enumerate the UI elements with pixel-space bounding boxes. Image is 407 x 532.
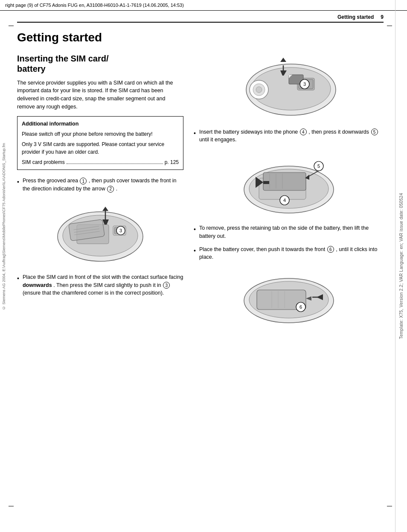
bullet-3: • Insert the battery sideways into the p… bbox=[194, 128, 384, 144]
sim-link-target: p. 125 bbox=[165, 158, 179, 166]
bullet-4: • To remove, press the retaining tab on … bbox=[194, 224, 384, 240]
bullet-dot-1: • bbox=[17, 178, 19, 187]
info-box-para2: Only 3 V SIM cards are supported. Please… bbox=[22, 140, 179, 156]
info-box-title: Additional information bbox=[22, 120, 179, 128]
bullet-5-text: Place the battery cover, then push it to… bbox=[199, 246, 384, 262]
sim-link-dots bbox=[67, 164, 163, 164]
svg-text:4: 4 bbox=[283, 198, 285, 203]
page-mark-bottom-left bbox=[9, 506, 14, 506]
circle-num-5: 5 bbox=[371, 129, 378, 135]
bullet-2: • Place the SIM card in front of the slo… bbox=[17, 273, 183, 297]
svg-text:6: 6 bbox=[299, 304, 302, 310]
battery-illustration: 5 4 bbox=[238, 149, 340, 217]
bullet-dot-4: • bbox=[194, 225, 196, 234]
period-1: . bbox=[116, 186, 117, 192]
bullet-4-text: To remove, press the retaining tab on th… bbox=[199, 224, 384, 240]
cover-illustration: 6 bbox=[238, 266, 340, 326]
info-box-para1: Please switch off your phone before remo… bbox=[22, 130, 179, 138]
left-column: Inserting the SIM card/battery The servi… bbox=[17, 53, 183, 333]
illustration-1: 3 bbox=[17, 198, 183, 266]
bullet-dot-3: • bbox=[194, 129, 196, 138]
svg-text:5: 5 bbox=[317, 164, 320, 169]
bullet-dot-5: • bbox=[194, 246, 196, 255]
main-content: Getting started 9 Getting started Insert… bbox=[9, 11, 392, 333]
right-column: 3 • Insert the battery sideways into the… bbox=[194, 53, 384, 333]
circle-num-2: 2 bbox=[107, 186, 114, 193]
svg-point-27 bbox=[256, 87, 262, 93]
svg-marker-24 bbox=[280, 58, 286, 62]
page-header: Getting started 9 bbox=[17, 11, 384, 23]
svg-text:3: 3 bbox=[303, 82, 305, 87]
two-col-layout: Inserting the SIM card/battery The servi… bbox=[17, 53, 384, 333]
section-title-text: Inserting the SIM card/battery bbox=[17, 54, 108, 73]
bullet-1: • Press the grooved area 1 , then push c… bbox=[17, 177, 183, 193]
page-mark-bottom-right bbox=[387, 506, 392, 506]
bullet-2-bold: downwards bbox=[23, 282, 52, 288]
illustration-cover: 6 bbox=[194, 266, 384, 326]
info-box: Additional information Please switch off… bbox=[17, 116, 183, 170]
sim-link-text: SIM card problems bbox=[22, 158, 65, 166]
circle-num-1: 1 bbox=[80, 178, 87, 184]
intro-text: The service provider supplies you with a… bbox=[17, 79, 183, 111]
bullet-5: • Place the battery cover, then push it … bbox=[194, 246, 384, 262]
right-sidebar-text: Template: X75, Version 2.2; VAR Language… bbox=[399, 193, 404, 339]
bullet-3-text: Insert the battery sideways into the pho… bbox=[199, 128, 384, 144]
left-sidebar: © Siemens AG 2004, E:\Auftrag\Siemens\Mo… bbox=[0, 34, 8, 418]
page-number: 9 bbox=[381, 14, 384, 20]
sim-illustration: 3 bbox=[238, 53, 340, 120]
right-sidebar: Template: X75, Version 2.2; VAR Language… bbox=[395, 0, 407, 532]
illustration-battery: 5 4 bbox=[194, 149, 384, 217]
phone-illustration-1: 3 bbox=[53, 198, 147, 266]
sim-card-link: SIM card problems p. 125 bbox=[22, 158, 179, 166]
svg-marker-9 bbox=[102, 207, 108, 211]
circle-num-3: 3 bbox=[163, 282, 170, 289]
illustration-sim: 3 bbox=[194, 53, 384, 120]
page-mark-top-right bbox=[387, 26, 392, 26]
top-bar-text: right page (9) of CF75 Adonis FUG en, A3… bbox=[5, 3, 184, 8]
chapter-title: Getting started bbox=[17, 30, 384, 45]
left-sidebar-copyright: © Siemens AG 2004, E:\Auftrag\Siemens\Mo… bbox=[2, 143, 6, 310]
bullet-dot-2: • bbox=[17, 274, 19, 283]
bullet-2-text: Place the SIM card in front of the slot … bbox=[23, 273, 183, 297]
top-bar: right page (9) of CF75 Adonis FUG en, A3… bbox=[0, 0, 407, 11]
section-title: Inserting the SIM card/battery bbox=[17, 53, 183, 74]
bullet-1-text: Press the grooved area 1 , then push cov… bbox=[23, 177, 183, 193]
circle-num-4: 4 bbox=[300, 129, 307, 135]
circle-num-6: 6 bbox=[327, 246, 334, 253]
svg-text:3: 3 bbox=[119, 228, 122, 233]
page-header-title: Getting started bbox=[337, 14, 374, 20]
page-mark-top-left bbox=[9, 26, 14, 26]
svg-marker-41 bbox=[263, 181, 269, 184]
